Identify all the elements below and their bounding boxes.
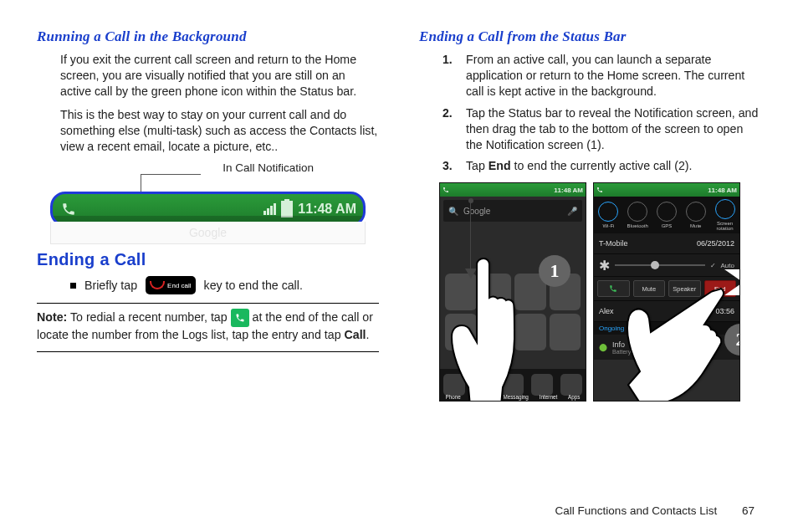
notif-date: 06/25/2012 (697, 239, 734, 248)
statusbar-below: Google (50, 222, 366, 244)
auto-brightness: Auto (721, 262, 734, 269)
note-label: Note: (37, 310, 67, 324)
dock-label-internet: Internet (540, 394, 557, 400)
toggle-rotation: Screen rotation (714, 199, 737, 231)
drag-line (470, 202, 471, 269)
step3-num: 3. (442, 158, 453, 174)
phone-icon (56, 197, 81, 222)
para-bg-1: If you exit the current call screen and … (60, 52, 379, 100)
dock-labels: Phone Contacts Messaging Internet Apps (440, 394, 586, 400)
screenshots: 11:48 AM 🔍 Google 🎤 (439, 182, 761, 402)
dock-apps-icon (560, 374, 582, 396)
call-controls: Mute Speaker End (594, 277, 739, 301)
battery-icon (281, 201, 293, 217)
highlight-wedge (724, 269, 740, 281)
step-3: 3. Tap End to end the currently active c… (442, 158, 761, 174)
bullet-text-a: Briefly tap (84, 279, 137, 292)
dock-messaging-icon (502, 374, 524, 396)
search-ghost: Google (189, 226, 227, 239)
highlight-wedge-2 (724, 284, 740, 295)
heading-running-bg: Running a Call in the Background (37, 28, 379, 45)
ongoing-item: ⬤ Info Battery fully charged. Unplug cha… (594, 335, 739, 360)
dock-label-contacts: Contacts (472, 394, 493, 400)
bullet-end-call: Briefly tap End call key to end the call… (70, 276, 379, 294)
carrier-name: T-Mobile (599, 239, 628, 248)
square-bullet-icon (70, 283, 76, 289)
home-search-hint: Google (463, 207, 490, 216)
toggle-gps: GPS (655, 202, 678, 228)
note-a: To redial a recent number, tap (70, 310, 228, 324)
page-number: 67 (742, 504, 755, 517)
dock-label-messaging: Messaging (503, 394, 528, 400)
note-call: Call (345, 328, 366, 341)
step2-text: Tap the Status bar to reveal the Notific… (466, 106, 758, 151)
toggle-mute: Mute (684, 202, 708, 228)
page-footer: Call Functions and Contacts List 67 (555, 504, 755, 517)
info-sub: Battery fully charged. Unplug charger (612, 349, 709, 355)
app-icon (550, 314, 581, 350)
ongoing-header: Ongoing (594, 322, 739, 335)
app-icon (445, 314, 477, 350)
step3-b: End (489, 159, 511, 172)
dock-phone-icon (443, 374, 465, 396)
call-mute-button: Mute (633, 280, 666, 297)
manual-page: Running a Call in the Background If you … (0, 0, 798, 532)
heading-ending-statusbar: Ending a Call from the Status Bar (419, 28, 761, 45)
step1-num: 1. (442, 52, 453, 68)
dock-label-phone: Phone (445, 394, 460, 400)
brightness-slider: ✱ ✓ Auto (594, 254, 739, 277)
caller-row: Alex 03:56 (594, 301, 739, 322)
heading-ending-call: Ending a Call (37, 250, 379, 269)
call-speaker-button: Speaker (668, 280, 701, 297)
end-call-key: End call (146, 276, 195, 294)
divider-bottom (37, 351, 379, 352)
screenshot-notification: 11:48 AM Wi-Fi Bluetooth GPS Mute Screen… (593, 182, 740, 402)
dial-button-icon (231, 309, 249, 327)
bullet-text-b: key to end the call. (204, 279, 303, 292)
brightness-icon: ✱ (599, 258, 610, 274)
chapter-title: Call Functions and Contacts List (555, 504, 718, 517)
end-call-label: End call (167, 282, 191, 289)
search-icon: 🔍 (448, 207, 458, 216)
toggle-wifi: Wi-Fi (596, 202, 620, 228)
step2-num: 2. (442, 105, 453, 121)
dock-internet-icon (531, 374, 553, 396)
callout-1: 1 (539, 255, 570, 287)
quick-toggles: Wi-Fi Bluetooth GPS Mute Screen rotation (594, 197, 739, 233)
info-icon: ⬤ (599, 343, 607, 351)
end-call-icon (150, 281, 165, 289)
figure-statusbar: In Call Notification 11:48 AM (37, 161, 379, 242)
home-search-widget: 🔍 Google 🎤 (443, 200, 582, 222)
signal-icon (263, 203, 276, 215)
dock-label-apps: Apps (568, 394, 580, 400)
home-statusbar: 11:48 AM (440, 183, 586, 197)
caller-name: Alex (599, 307, 614, 315)
statusbar-time: 11:48 AM (298, 202, 356, 217)
divider-top (37, 303, 379, 304)
note-block: Note: To redial a recent number, tap at … (37, 309, 379, 343)
step3-a: Tap (466, 159, 485, 172)
notif-statusbar: 11:48 AM (594, 183, 739, 197)
left-column: Running a Call in the Background If you … (37, 25, 379, 402)
notif-time: 11:48 AM (708, 187, 737, 194)
carrier-row: T-Mobile 06/25/2012 (594, 233, 739, 254)
step1-text: From an active call, you can launch a se… (466, 53, 744, 98)
app-icon (480, 314, 512, 350)
step3-c: to end the currently active call (2). (514, 159, 693, 172)
home-time: 11:48 AM (554, 187, 583, 194)
svg-marker-0 (465, 269, 477, 279)
note-period: . (366, 328, 370, 341)
dock-contacts-icon (473, 374, 494, 396)
toggle-bluetooth: Bluetooth (626, 202, 649, 228)
app-icon (480, 274, 512, 310)
step-2: 2. Tap the Status bar to reveal the Noti… (442, 105, 761, 154)
mic-icon: 🎤 (567, 207, 577, 216)
right-column: Ending a Call from the Status Bar 1. Fro… (419, 25, 761, 402)
app-icon (514, 314, 546, 350)
callout-line-h (141, 174, 201, 175)
callout-in-call: In Call Notification (223, 161, 314, 174)
call-duration: 03:56 (715, 307, 734, 315)
call-phone-button (597, 280, 630, 297)
step-1: 1. From an active call, you can launch a… (442, 52, 761, 100)
para-bg-2: This is the best way to stay on your cur… (60, 107, 379, 156)
